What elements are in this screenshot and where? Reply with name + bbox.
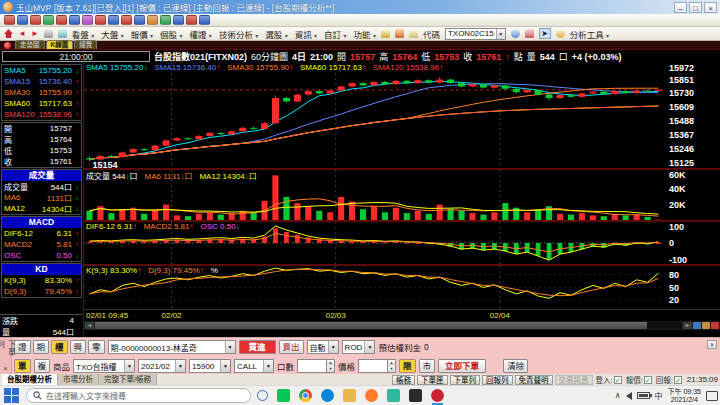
toolbar-icon-0[interactable] bbox=[4, 15, 15, 25]
cortana-icon[interactable] bbox=[257, 390, 268, 401]
photos-icon[interactable] bbox=[387, 389, 400, 402]
kd-section-header[interactable]: KD bbox=[2, 264, 81, 275]
forward-icon[interactable]: ► bbox=[31, 29, 39, 38]
toolbar-icon-13[interactable] bbox=[173, 15, 184, 25]
pane-tool-icon[interactable] bbox=[693, 322, 701, 329]
back-icon[interactable]: ◄ bbox=[18, 29, 26, 38]
pencil-icon[interactable] bbox=[381, 29, 390, 38]
month-select[interactable]: 2021/02▼ bbox=[138, 359, 186, 373]
order-type-4[interactable]: 零 bbox=[88, 340, 105, 354]
strip-close-icon[interactable]: × bbox=[3, 364, 7, 373]
volume-pane[interactable]: 60K40K20K 成交量 544↓口MA6 1131↓口MA12 14304↓… bbox=[84, 170, 720, 222]
store-icon[interactable] bbox=[409, 389, 422, 402]
order-close-icon[interactable]: × bbox=[707, 340, 717, 349]
toolbar-icon-3[interactable] bbox=[43, 15, 54, 25]
macd-pane[interactable]: 1000-100 DIF6-12 6.31↑MACD2 5.81↑OSC 0.5… bbox=[84, 222, 720, 266]
chart-scrollbar[interactable]: ◄ ► bbox=[84, 321, 720, 330]
status-tab-2[interactable]: 完整下單/帳務 bbox=[99, 374, 157, 385]
volume-section-header[interactable]: 成交量 bbox=[2, 170, 81, 181]
close-button[interactable]: × bbox=[704, 2, 717, 13]
buy-button[interactable]: 買進 bbox=[239, 340, 276, 354]
print-icon[interactable] bbox=[44, 29, 53, 38]
scroll-left-icon[interactable]: ◄ bbox=[85, 322, 94, 329]
pane-tool3-icon[interactable] bbox=[711, 322, 719, 329]
status-tab-1[interactable]: 市場分析 bbox=[58, 374, 99, 385]
chart-tab-2[interactable]: 總覽 bbox=[74, 40, 97, 49]
submit-order-button[interactable]: 立即下單 bbox=[438, 359, 486, 373]
order-type-2[interactable]: 權 bbox=[51, 340, 68, 354]
scroll-right-icon[interactable]: ► bbox=[683, 322, 692, 329]
chart-tab-0[interactable]: 走勢圖 bbox=[15, 40, 45, 49]
kd-pane[interactable]: 805020 K(9,3) 83.30%↑D(9,3) 79.45%↑% bbox=[84, 266, 720, 310]
battery-icon[interactable] bbox=[637, 392, 650, 399]
minimize-button[interactable]: – bbox=[674, 2, 687, 13]
toolbar-icon-8[interactable] bbox=[108, 15, 119, 25]
menu-5[interactable]: 技術分析 ▾ bbox=[219, 28, 258, 40]
toolbar-icon-7[interactable] bbox=[95, 15, 106, 25]
chart-tab-1[interactable]: K線圖 bbox=[46, 40, 74, 49]
zoom-icon[interactable] bbox=[556, 29, 565, 38]
maximize-button[interactable]: □ bbox=[689, 2, 702, 13]
menu-1[interactable]: 大盤 ▾ bbox=[101, 28, 123, 40]
ime-language[interactable]: 中 bbox=[655, 390, 663, 401]
toolbar-icon-9[interactable] bbox=[121, 15, 132, 25]
order-type-3[interactable]: 興 bbox=[70, 340, 87, 354]
taskbar-clock[interactable]: 下午 09:352021/2/4 bbox=[668, 388, 701, 404]
status-button-0[interactable]: 帳務 bbox=[392, 375, 415, 385]
condition-select[interactable]: 自動▼ bbox=[307, 340, 339, 354]
search-icon[interactable] bbox=[511, 29, 520, 38]
symbol-code-combobox[interactable]: TXON02C15▼ bbox=[445, 28, 506, 40]
tray-expand-icon[interactable]: ∧ bbox=[615, 391, 621, 400]
status-button-2[interactable]: 下單列 bbox=[450, 375, 481, 385]
chrome-icon[interactable] bbox=[299, 389, 312, 402]
price-pane[interactable]: 15154 1597215851157301560915488153671524… bbox=[84, 63, 720, 170]
product-select[interactable]: TXO台指權▼ bbox=[73, 359, 135, 373]
firefox-icon[interactable] bbox=[365, 389, 378, 402]
account-select[interactable]: 期-00000000013-林孟奇▼ bbox=[108, 340, 236, 354]
sell-button[interactable]: 賣出 bbox=[279, 340, 304, 354]
menu-0[interactable]: 看盤 ▾ bbox=[72, 28, 94, 40]
cursor-tool-icon[interactable]: ➤ bbox=[539, 28, 551, 39]
toolbar-icon-1[interactable] bbox=[17, 15, 28, 25]
scroll-thumb[interactable] bbox=[95, 322, 647, 329]
esun-app-icon[interactable] bbox=[431, 389, 444, 402]
start-button[interactable] bbox=[2, 387, 20, 405]
clear-button[interactable]: 清除 bbox=[503, 359, 528, 373]
menu-9[interactable]: 功能 ▾ bbox=[354, 28, 376, 40]
market-button[interactable]: 市 bbox=[419, 359, 436, 373]
toolbar-icon-14[interactable] bbox=[186, 15, 197, 25]
copy-icon[interactable] bbox=[58, 29, 67, 38]
toolbar-icon-5[interactable] bbox=[69, 15, 80, 25]
strike-select[interactable]: 15900▼ bbox=[189, 359, 231, 373]
speaker-icon[interactable] bbox=[626, 392, 632, 400]
status-tab-0[interactable]: 台股期權分析 bbox=[2, 374, 58, 385]
toolbar-icon-6[interactable] bbox=[82, 15, 93, 25]
call-put-select[interactable]: CALL▼ bbox=[234, 359, 274, 373]
chart-icon[interactable] bbox=[525, 29, 534, 38]
status-button-3[interactable]: 回報列 bbox=[482, 375, 513, 385]
toolbar-icon-11[interactable] bbox=[147, 15, 158, 25]
menu-2[interactable]: 報價 ▾ bbox=[131, 28, 153, 40]
limit-button[interactable]: 限 bbox=[399, 359, 416, 373]
mail-icon[interactable] bbox=[395, 29, 404, 38]
menu-4[interactable]: 權證 ▾ bbox=[189, 28, 211, 40]
chevron-down-icon[interactable]: ▼ bbox=[496, 29, 505, 39]
line-app-icon[interactable] bbox=[277, 389, 290, 402]
menu-7[interactable]: 資訊 ▾ bbox=[295, 28, 317, 40]
taskbar-search-input[interactable]: 在這裡輸入文字來搜尋 bbox=[26, 388, 251, 403]
toolbar-icon-12[interactable] bbox=[160, 15, 171, 25]
order-type-select[interactable]: ROD▼ bbox=[342, 340, 376, 354]
edge-icon[interactable] bbox=[321, 389, 334, 402]
status-button-1[interactable]: 下單匣 bbox=[417, 375, 448, 385]
toolbar-icon-4[interactable] bbox=[56, 15, 67, 25]
folder-icon[interactable] bbox=[343, 389, 356, 402]
toolbar-icon-10[interactable] bbox=[134, 15, 145, 25]
notification-icon[interactable] bbox=[706, 391, 718, 401]
multi-order-button[interactable]: 複 bbox=[34, 359, 51, 373]
menu-8[interactable]: 自訂 ▾ bbox=[324, 28, 346, 40]
price-stepper[interactable]: ▲▼ bbox=[358, 359, 396, 373]
folder-icon[interactable] bbox=[409, 29, 418, 38]
menu-3[interactable]: 個股 ▾ bbox=[160, 28, 182, 40]
menu-6[interactable]: 選股 ▾ bbox=[265, 28, 287, 40]
order-strip[interactable]: 下單列 × bbox=[0, 338, 12, 374]
